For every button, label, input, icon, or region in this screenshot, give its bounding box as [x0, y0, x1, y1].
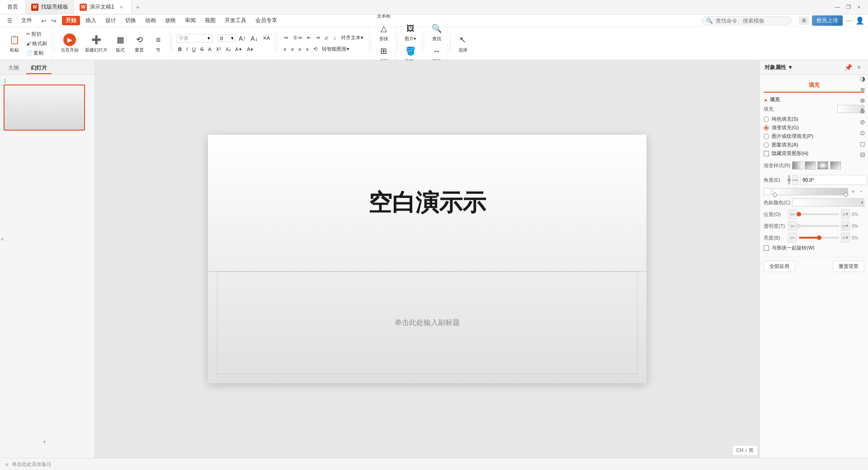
gradient-bar[interactable] [773, 188, 848, 195]
font-size-selector[interactable]: 0 ▾ [218, 34, 236, 42]
account-icon[interactable]: 👤 [855, 16, 864, 25]
redo-btn[interactable]: ↪ [49, 16, 58, 25]
menu-animation[interactable]: 动画 [142, 16, 160, 25]
minimize-btn[interactable]: — [834, 4, 841, 11]
menu-transition[interactable]: 切换 [122, 16, 140, 25]
gradient-style-2[interactable] [805, 161, 816, 169]
gradient-start-btn[interactable] [764, 188, 771, 195]
clear-format-btn[interactable]: ✕A [261, 34, 272, 42]
gradient-remove-stop-btn[interactable]: － [858, 188, 864, 196]
upload-btn[interactable]: 抢先上传 [812, 15, 843, 26]
transparency-slider-thumb[interactable] [797, 224, 801, 228]
brightness-minus-btn[interactable]: ○- [788, 233, 797, 243]
reset-bg-btn[interactable]: 重置背景 [833, 261, 864, 272]
notes-bar-text[interactable]: 单击此处添加备注 [12, 461, 52, 468]
shadow-btn[interactable]: A [206, 46, 213, 53]
rotate-with-shape-row[interactable]: 与形状一起旋转(W) [764, 244, 864, 251]
ch-btn[interactable]: CH ♪ 简 [732, 445, 758, 456]
play-current-btn[interactable]: ▶ 当页开始 [59, 33, 80, 54]
decrease-font-btn[interactable]: A↓ [249, 34, 259, 43]
slide-subtitle-section[interactable]: 单击此处输入副标题 [217, 272, 637, 375]
direction-btn[interactable]: ⟲ [311, 45, 319, 53]
side-icon-5[interactable]: ⊘ [858, 118, 867, 127]
menu-review[interactable]: 审阅 [181, 16, 199, 25]
tab-home[interactable]: 首页 [0, 0, 26, 14]
slide-main-title[interactable]: 空白演示示 [368, 187, 486, 219]
increase-font-btn[interactable]: A↑ [237, 34, 248, 43]
picture-fill-option[interactable]: 图片或纹理填充(P) [764, 133, 864, 140]
gradient-style-3[interactable] [817, 161, 828, 169]
font-color-btn[interactable]: A▾ [245, 46, 255, 53]
line-spacing-btn[interactable]: ↕ [332, 34, 338, 42]
search-input[interactable] [716, 18, 783, 24]
gradient-stop-right[interactable] [843, 192, 848, 197]
restore-btn[interactable]: ❐ [844, 4, 852, 11]
subscript-btn[interactable]: X₂ [224, 46, 232, 53]
menu-file[interactable]: ☰ [4, 17, 16, 25]
add-slide-btn[interactable]: + [43, 439, 46, 445]
font-style-btn[interactable]: A✦ [233, 46, 244, 53]
numbering-btn[interactable]: ①≔ [291, 34, 304, 42]
decrease-indent-btn[interactable]: ⇤ [305, 34, 313, 42]
cut-btn[interactable]: ✂ 剪切 [24, 30, 49, 38]
hide-bg-option[interactable]: 隐藏背景图形(H) [764, 150, 864, 157]
format-brush-btn[interactable]: 🖌 格式刷 [24, 39, 49, 48]
picture-btn[interactable]: 🖼 图片▾ [402, 21, 419, 43]
menu-file-label[interactable]: 文件 [18, 16, 36, 25]
align-justify-btn[interactable]: ≡ [304, 46, 310, 53]
gradient-fill-radio[interactable] [764, 125, 769, 131]
gradient-stop-left[interactable] [772, 192, 777, 197]
strikethrough-btn[interactable]: S [198, 46, 205, 53]
pattern-fill-radio[interactable] [764, 142, 769, 148]
menu-developer[interactable]: 开发工具 [221, 16, 250, 25]
brightness-plus-btn[interactable]: ○+ [841, 233, 850, 243]
align-left-btn[interactable]: ≡ [282, 46, 288, 53]
position-plus-btn[interactable]: ○+ [841, 209, 850, 219]
side-icon-7[interactable]: ◻ [858, 139, 867, 148]
solid-fill-option[interactable]: 纯色填充(S) [764, 116, 864, 122]
menu-vip[interactable]: 会员专享 [252, 16, 281, 25]
pattern-fill-option[interactable]: 图案填充(A) [764, 141, 864, 148]
italic-btn[interactable]: I [184, 46, 189, 53]
paste-btn[interactable]: 📋 粘贴 [6, 30, 23, 57]
side-icon-1[interactable]: ◑ [858, 74, 867, 83]
slide-thumb-1[interactable]: 1 [4, 78, 91, 131]
side-icon-6[interactable]: ⊙ [858, 128, 867, 137]
side-icon-2[interactable]: ≋ [858, 85, 867, 94]
layout-btn[interactable]: ▦ 版式 [112, 33, 128, 54]
close-panel-btn[interactable]: × [854, 63, 863, 72]
copy-btn[interactable]: 📄 复制 [24, 49, 49, 57]
tab-document[interactable]: W 演示文稿1 × [74, 0, 132, 14]
close-btn[interactable]: × [855, 4, 863, 11]
smart-shape-btn[interactable]: 转智能图形▾ [320, 45, 351, 53]
cols-btn[interactable]: ⫻ [322, 34, 331, 42]
underline-btn[interactable]: U [190, 46, 198, 53]
reset-btn[interactable]: ⟲ 重置 [131, 33, 147, 54]
brightness-slider-thumb[interactable] [817, 235, 821, 240]
tab-outline[interactable]: 大纲 [4, 63, 24, 74]
apply-all-btn[interactable]: 全部应用 [764, 261, 795, 272]
brightness-slider[interactable] [799, 237, 839, 239]
font-family-selector[interactable]: 字体 ▾ [176, 34, 212, 42]
align-right-btn[interactable]: ≡ [297, 46, 303, 53]
gradient-style-1[interactable] [792, 161, 803, 169]
find-btn[interactable]: 🔍 查找 [429, 21, 445, 43]
section-btn[interactable]: ≡ 节 [150, 33, 166, 54]
position-slider[interactable] [799, 213, 839, 215]
menu-start[interactable]: 开始 [62, 16, 80, 25]
menu-slideshow[interactable]: 放映 [161, 16, 179, 25]
menu-design[interactable]: 设计 [102, 16, 120, 25]
fill-tab[interactable]: 填充 [764, 79, 864, 93]
transparency-slider[interactable] [799, 225, 839, 227]
angle-minus-btn[interactable]: — [792, 175, 798, 185]
hide-bg-checkbox[interactable] [764, 151, 769, 156]
tab-find-template[interactable]: W 找版亮模板 [26, 0, 74, 14]
slide-subtitle[interactable]: 单击此处输入副标题 [395, 318, 460, 328]
gradient-style-4[interactable] [830, 161, 841, 169]
settings-icon[interactable]: ⋯ [845, 16, 853, 25]
bullets-btn[interactable]: ≔ [282, 34, 290, 42]
bold-btn[interactable]: B [176, 46, 184, 53]
new-tab-btn[interactable]: + [132, 0, 144, 14]
rotate-with-shape-checkbox[interactable] [764, 245, 769, 251]
tab-close-btn[interactable]: × [117, 4, 126, 10]
